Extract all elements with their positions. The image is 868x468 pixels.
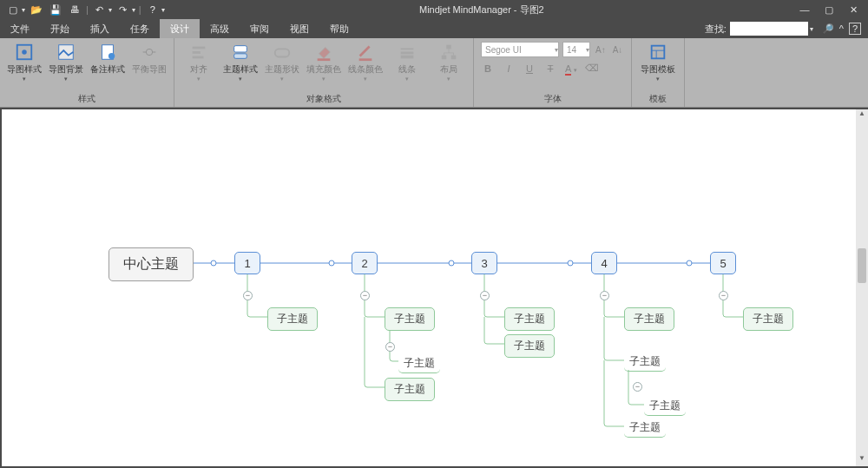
tab-view[interactable]: 视图: [279, 19, 319, 38]
topic-style-button[interactable]: 主题样式 ▾: [221, 42, 260, 82]
underline-button[interactable]: U: [523, 63, 536, 74]
map-template-icon: [648, 42, 668, 63]
line-icon: [397, 42, 418, 63]
vertical-scrollbar[interactable]: ▲ ▼: [856, 109, 868, 466]
help-btn-icon[interactable]: ?: [849, 23, 861, 35]
bold-button[interactable]: B: [481, 63, 495, 74]
save-icon[interactable]: 💾: [48, 2, 63, 17]
balance-button: 平衡导图: [130, 42, 168, 74]
undo-icon[interactable]: ↶: [92, 2, 108, 17]
scroll-down-icon[interactable]: ▼: [856, 454, 868, 466]
line-color-button: 线条颜色 ▾: [346, 42, 385, 82]
sub-topic[interactable]: 子主题: [743, 307, 793, 331]
tab-design[interactable]: 设计: [160, 19, 200, 38]
svg-rect-8: [193, 47, 206, 49]
binoculars-icon[interactable]: 🔎: [822, 23, 834, 35]
topic-shape-icon: [272, 42, 293, 63]
main-topic-4[interactable]: 4: [591, 252, 617, 274]
map-style-button[interactable]: 导图样式 ▾: [5, 42, 43, 82]
redo-icon[interactable]: ↷: [115, 2, 131, 17]
group-object-label: 对象格式: [180, 91, 468, 105]
decrease-font-icon[interactable]: A↓: [611, 45, 625, 55]
collapse-toggle[interactable]: −: [480, 291, 490, 300]
note-style-button[interactable]: 备注样式: [89, 42, 127, 74]
svg-point-28: [449, 260, 454, 266]
sub-sub-topic[interactable]: 子主题: [624, 419, 666, 438]
svg-rect-19: [446, 45, 451, 49]
tab-insert[interactable]: 插入: [80, 19, 120, 38]
tab-task[interactable]: 任务: [120, 19, 160, 38]
map-bg-button[interactable]: 导图背景 ▾: [47, 42, 85, 82]
layout-icon: [438, 42, 459, 63]
group-style-label: 样式: [5, 91, 168, 105]
fill-color-button: 填充颜色 ▾: [305, 42, 343, 82]
svg-point-4: [108, 53, 115, 59]
tab-review[interactable]: 审阅: [240, 19, 279, 38]
open-icon[interactable]: 📂: [29, 2, 44, 17]
svg-point-26: [211, 260, 216, 266]
sub-topic[interactable]: 子主题: [624, 307, 674, 331]
align-button: 对齐 ▾: [180, 42, 218, 82]
sub-sub-topic[interactable]: 子主题: [624, 353, 666, 372]
collapse-toggle[interactable]: −: [243, 291, 253, 300]
line-button: 线条 ▾: [388, 42, 426, 82]
svg-rect-22: [652, 46, 665, 59]
svg-rect-9: [193, 51, 201, 54]
print-icon[interactable]: 🖶: [67, 2, 82, 17]
svg-rect-13: [275, 49, 290, 56]
collapse-toggle[interactable]: −: [600, 291, 609, 300]
map-style-icon: [14, 42, 35, 63]
find-input[interactable]: [730, 22, 808, 36]
sub-topic[interactable]: 子主题: [385, 378, 435, 401]
expand-icon[interactable]: ^: [839, 23, 844, 34]
sub-sub-topic[interactable]: 子主题: [644, 397, 686, 416]
main-topic-5[interactable]: 5: [710, 252, 736, 274]
strike-button[interactable]: T: [543, 63, 557, 74]
svg-rect-21: [451, 56, 457, 60]
scroll-thumb[interactable]: [858, 248, 866, 283]
scroll-up-icon[interactable]: ▲: [856, 109, 868, 122]
help-icon[interactable]: ?: [145, 2, 161, 17]
collapse-toggle[interactable]: −: [360, 291, 370, 300]
mindmap-canvas[interactable]: 中心主题 1 2 3 4 5 − − − − − 子主题 子主题 − 子主题 子…: [2, 109, 865, 466]
main-topic-2[interactable]: 2: [352, 252, 378, 274]
sub-topic[interactable]: 子主题: [385, 307, 435, 331]
main-topic-3[interactable]: 3: [471, 252, 497, 274]
align-icon: [188, 42, 209, 63]
svg-point-29: [568, 260, 573, 266]
svg-rect-15: [359, 58, 372, 61]
font-size-select[interactable]: 14▾: [562, 42, 590, 57]
sub-topic[interactable]: 子主题: [504, 334, 555, 358]
balance-icon: [139, 42, 160, 63]
sub-topic[interactable]: 子主题: [504, 307, 555, 331]
map-template-button[interactable]: 导图模板 ▾: [639, 42, 677, 82]
note-style-icon: [97, 42, 118, 63]
svg-point-5: [146, 49, 152, 55]
tab-help[interactable]: 帮助: [319, 19, 359, 38]
svg-rect-20: [442, 56, 447, 60]
sub-topic[interactable]: 子主题: [267, 307, 318, 331]
main-topic-1[interactable]: 1: [234, 252, 260, 274]
italic-button[interactable]: I: [502, 63, 516, 74]
svg-rect-11: [234, 46, 247, 52]
minimize-button[interactable]: —: [799, 4, 811, 16]
sub-sub-topic[interactable]: 子主题: [398, 354, 440, 373]
svg-rect-12: [234, 54, 247, 59]
tab-advanced[interactable]: 高级: [200, 19, 240, 38]
maximize-button[interactable]: ▢: [823, 4, 835, 16]
tab-home[interactable]: 开始: [40, 19, 80, 38]
collapse-toggle[interactable]: −: [385, 342, 395, 352]
svg-point-27: [329, 260, 334, 266]
collapse-toggle[interactable]: −: [719, 291, 728, 300]
central-topic[interactable]: 中心主题: [108, 247, 194, 281]
new-doc-icon[interactable]: ▢: [5, 2, 21, 17]
layout-button: 布局 ▾: [430, 42, 468, 82]
font-family-select[interactable]: Segoe UI▾: [481, 42, 559, 57]
collapse-toggle[interactable]: −: [633, 382, 642, 392]
clear-format-icon[interactable]: ⌫: [585, 63, 599, 74]
close-button[interactable]: ✕: [847, 4, 859, 16]
group-font-label: 字体: [481, 91, 624, 105]
increase-font-icon[interactable]: A↑: [594, 45, 608, 55]
font-color-button[interactable]: A ▾: [564, 63, 578, 74]
tab-file[interactable]: 文件: [0, 19, 40, 38]
